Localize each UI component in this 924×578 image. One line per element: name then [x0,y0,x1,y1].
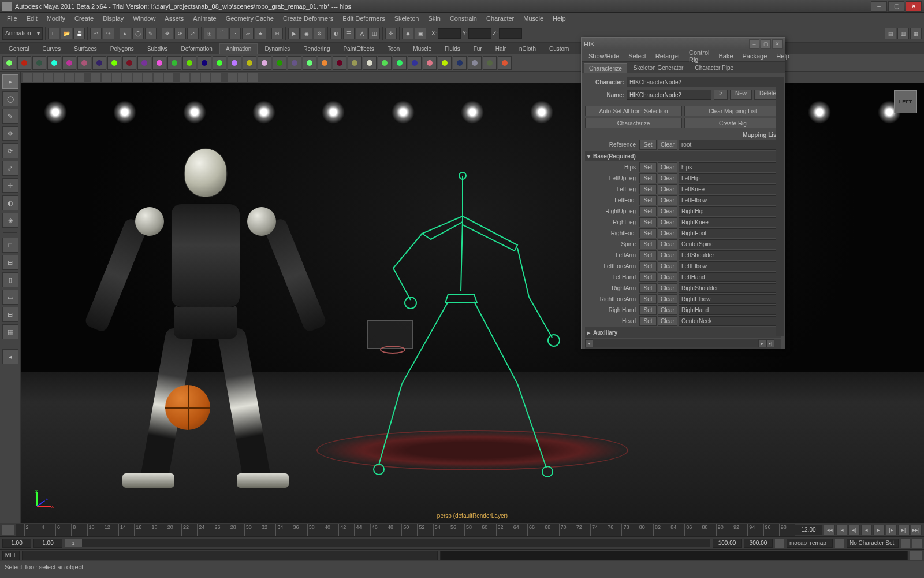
reference-value[interactable]: root [679,140,781,150]
map-set-button[interactable]: Set [639,250,657,260]
prev-key-button[interactable]: ◂| [848,525,860,535]
shelf-tab-muscle[interactable]: Muscle [407,43,438,54]
paint-weights-icon[interactable] [122,56,136,70]
name-go-button[interactable]: > [714,90,728,100]
shelf-tab-dynamics[interactable]: Dynamics [258,43,296,54]
snap-curve-icon[interactable]: ⌒ [217,28,228,39]
vp-grid-icon[interactable] [180,73,189,82]
hik-titlebar[interactable]: HIK – ▢ ✕ [582,38,785,50]
character-dropdown[interactable]: HIKCharacterNode2▾ [627,77,781,87]
new-scene-icon[interactable]: □ [48,28,59,39]
map-set-button[interactable]: Set [639,206,657,216]
four-pane-icon[interactable]: ⊞ [2,255,18,270]
map-value[interactable]: LeftKnee [679,184,781,194]
minimize-button[interactable]: – [871,1,887,12]
snap-plane-icon[interactable]: ▱ [242,28,254,39]
range-handle[interactable]: 1 [65,539,82,547]
component-icon[interactable]: ◆ [402,28,413,39]
map-set-button[interactable]: Set [639,228,657,238]
menu-constrain[interactable]: Constrain [445,14,482,23]
map-value[interactable]: LeftElbow [679,261,781,271]
hscroll-right-icon[interactable]: ▸ [758,339,766,347]
menu-animate[interactable]: Animate [188,14,221,23]
section-auxiliary[interactable]: ▸Auxiliary [585,327,781,338]
menu-edit-deformers[interactable]: Edit Deformers [338,14,389,23]
undo-icon[interactable]: ↶ [90,28,102,39]
map-clear-button[interactable]: Clear [658,195,677,205]
move-icon[interactable]: ✥ [162,28,173,39]
vp-image-plane-icon[interactable] [248,73,258,82]
menu-display[interactable]: Display [98,14,128,23]
trax-icon[interactable] [378,56,392,70]
parent-constraint-icon[interactable] [258,56,271,70]
menu-window[interactable]: Window [128,14,160,23]
anim-layer-icon[interactable] [775,539,784,548]
vp-res-gate-icon[interactable] [201,73,210,82]
play-forward-button[interactable]: ▸ [873,525,885,535]
skin-bind-icon[interactable] [92,56,106,70]
two-v-pane-icon[interactable]: ▯ [2,272,18,287]
map-value[interactable]: RightElbow [679,294,781,304]
ik-handle-icon[interactable] [62,56,76,70]
anim-layer-dropdown[interactable]: mocap_remap [787,539,833,548]
dope-sheet-icon[interactable] [393,56,407,70]
render-icon[interactable]: ▶ [288,28,300,39]
map-value[interactable]: hips [679,162,781,172]
playblast-icon[interactable] [32,56,46,70]
menu-file[interactable]: File [2,14,22,23]
vp-hq-icon[interactable] [154,73,163,82]
shelf-tab-polygons[interactable]: Polygons [104,43,140,54]
pole-vector-icon[interactable] [333,56,346,70]
name-input[interactable] [627,90,711,100]
wire-icon[interactable] [198,56,211,70]
hik-source-icon[interactable] [468,56,482,70]
three-pane-icon[interactable]: ⊟ [2,307,18,322]
ipr-icon[interactable]: ◉ [301,28,312,39]
hik-menu-bake[interactable]: Bake [714,51,737,61]
vp-textured-icon[interactable] [122,73,132,82]
shelf-tab-surfaces[interactable]: Surfaces [68,43,103,54]
menu-edit[interactable]: Edit [22,14,42,23]
blend-shape-icon[interactable] [152,56,166,70]
map-set-button[interactable]: Set [639,294,657,304]
character-icon[interactable] [348,56,362,70]
map-value[interactable]: LeftShoulder [679,250,781,260]
vp-shadows-icon[interactable] [143,73,152,82]
map-value[interactable]: LeftElbow [679,195,781,205]
playback-start-input[interactable] [33,539,62,548]
autoset-button[interactable]: Auto-Set All from Selection [585,106,682,116]
bake-icon[interactable] [438,56,452,70]
y-input[interactable] [468,28,491,39]
history-icon[interactable]: H [271,28,283,39]
rotate-icon[interactable]: ⟳ [174,28,186,39]
hik-maximize-button[interactable]: ▢ [761,39,771,49]
hik-char-icon[interactable] [453,56,467,70]
shelf-tab-curves[interactable]: Curves [36,43,68,54]
wrap-icon[interactable] [228,56,241,70]
layer-options-icon[interactable] [835,539,844,548]
menu-skeleton[interactable]: Skeleton [390,14,424,23]
menu-modify[interactable]: Modify [42,14,70,23]
vp-shading-icon[interactable] [33,73,43,82]
channel-box-icon[interactable]: ▦ [910,28,922,39]
map-clear-button[interactable]: Clear [658,305,677,315]
map-set-button[interactable]: Set [639,239,657,249]
map-value[interactable]: CenterNeck [679,316,781,326]
map-clear-button[interactable]: Clear [658,162,677,172]
single-pane-icon[interactable]: □ [2,238,18,253]
select-icon[interactable]: ▸ [120,28,131,39]
viewport[interactable]: LEFT x y z persp (defaultRenderLayer) [21,83,924,523]
next-key-button[interactable]: |▸ [886,525,897,535]
map-clear-button[interactable]: Clear [658,283,677,293]
menu-geometry-cache[interactable]: Geometry Cache [221,14,278,23]
shelf-tab-deformation[interactable]: Deformation [174,43,218,54]
map-set-button[interactable]: Set [639,283,657,293]
menu-character[interactable]: Character [482,14,519,23]
map-value[interactable]: LeftHip [679,173,781,183]
snap-point-icon[interactable]: ⋅ [229,28,241,39]
hik-menu-package[interactable]: Package [738,51,772,61]
x-input[interactable] [438,28,461,39]
move-tool[interactable]: ✥ [2,126,18,141]
sculpt-icon[interactable] [213,56,226,70]
open-scene-icon[interactable]: 📂 [61,28,72,39]
